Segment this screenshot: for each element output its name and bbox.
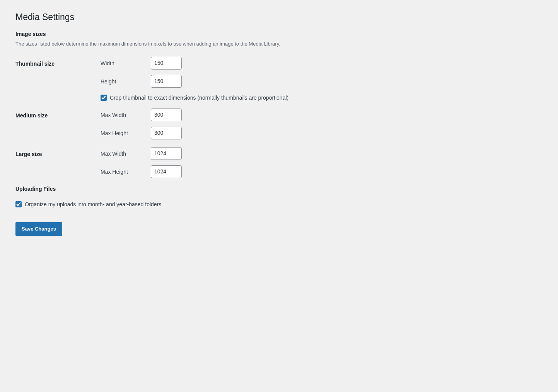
large-size-fields: Max Width Max Height — [101, 147, 182, 178]
large-max-height-row: Max Height — [101, 165, 182, 178]
thumbnail-crop-checkbox[interactable] — [101, 95, 107, 101]
large-max-width-input[interactable] — [151, 147, 182, 160]
thumbnail-height-input[interactable] — [151, 75, 182, 88]
medium-max-width-label: Max Width — [101, 112, 151, 118]
thumbnail-width-row: Width — [101, 57, 288, 70]
thumbnail-size-block: Thumbnail size Width Height Crop thumbna… — [15, 57, 333, 101]
save-changes-button[interactable]: Save Changes — [15, 222, 62, 236]
image-sizes-section: Image sizes The sizes listed below deter… — [15, 31, 333, 178]
thumbnail-height-label: Height — [101, 78, 151, 85]
large-size-label: Large size — [15, 147, 101, 178]
image-sizes-heading: Image sizes — [15, 31, 333, 37]
medium-max-height-input[interactable] — [151, 127, 182, 139]
large-max-height-input[interactable] — [151, 165, 182, 178]
thumbnail-crop-label: Crop thumbnail to exact dimensions (norm… — [110, 95, 288, 101]
page-container: Media Settings Image sizes The sizes lis… — [0, 0, 348, 248]
uploading-heading: Uploading Files — [15, 186, 333, 192]
medium-size-block: Medium size Max Width Max Height — [15, 109, 333, 139]
organize-uploads-row: Organize my uploads into month- and year… — [15, 198, 333, 210]
medium-max-width-row: Max Width — [101, 109, 182, 121]
organize-uploads-label: Organize my uploads into month- and year… — [25, 201, 161, 207]
uploading-section: Uploading Files Organize my uploads into… — [15, 186, 333, 210]
medium-max-height-label: Max Height — [101, 130, 151, 136]
large-max-width-label: Max Width — [101, 151, 151, 157]
large-size-block: Large size Max Width Max Height — [15, 147, 333, 178]
medium-size-fields: Max Width Max Height — [101, 109, 182, 139]
thumbnail-width-input[interactable] — [151, 57, 182, 70]
thumbnail-size-label: Thumbnail size — [15, 57, 101, 101]
medium-max-width-input[interactable] — [151, 109, 182, 121]
image-sizes-description: The sizes listed below determine the max… — [15, 40, 333, 48]
page-title: Media Settings — [15, 12, 333, 23]
thumbnail-size-fields: Width Height Crop thumbnail to exact dim… — [101, 57, 288, 101]
large-max-height-label: Max Height — [101, 169, 151, 175]
organize-uploads-checkbox[interactable] — [15, 201, 22, 207]
medium-size-label: Medium size — [15, 109, 101, 139]
thumbnail-width-label: Width — [101, 60, 151, 66]
thumbnail-crop-row: Crop thumbnail to exact dimensions (norm… — [101, 95, 288, 101]
medium-max-height-row: Max Height — [101, 127, 182, 139]
large-max-width-row: Max Width — [101, 147, 182, 160]
thumbnail-height-row: Height — [101, 75, 288, 88]
